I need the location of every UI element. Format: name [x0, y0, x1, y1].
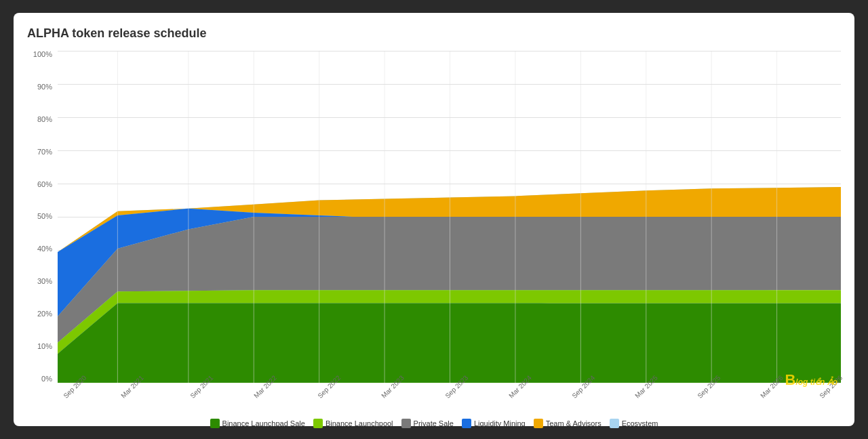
x-axis-labels: Sep 2020 Mar 2021 Sep 2021 Mar 2022 Sep … [27, 384, 841, 410]
legend-color-private-sale [401, 419, 411, 428]
chart-svg [58, 51, 841, 383]
plot-area [58, 51, 841, 383]
chart-area: 100% 90% 80% 70% 60% 50% 40% 30% 20% 10%… [27, 51, 841, 383]
legend-liquidity-mining: Liquidity Mining [462, 419, 526, 428]
chart-title: ALPHA token release schedule [27, 26, 841, 41]
legend: Binance Launchpad Sale Binance Launchpoo… [27, 415, 841, 428]
y-axis: 100% 90% 80% 70% 60% 50% 40% 30% 20% 10%… [27, 51, 58, 383]
legend-color-liquidity-mining [462, 419, 471, 428]
binance-launchpad-area [58, 304, 841, 383]
legend-color-ecosystem [610, 419, 619, 428]
legend-color-team-advisors [534, 419, 543, 428]
legend-color-binance-launchpool [313, 419, 323, 428]
watermark-text: log tiền Ảo [795, 377, 837, 387]
legend-binance-launchpool: Binance Launchpool [313, 419, 393, 428]
legend-team-advisors: Team & Advisors [534, 419, 601, 428]
legend-ecosystem: Ecosystem [610, 419, 658, 428]
watermark: Blog tiền Ảo [785, 371, 837, 389]
legend-binance-launchpad: Binance Launchpad Sale [210, 419, 305, 428]
legend-color-binance-launchpad [210, 419, 220, 428]
watermark-letter: B [785, 371, 795, 388]
legend-private-sale: Private Sale [401, 419, 454, 428]
chart-container: ALPHA token release schedule 100% 90% 80… [14, 13, 854, 426]
